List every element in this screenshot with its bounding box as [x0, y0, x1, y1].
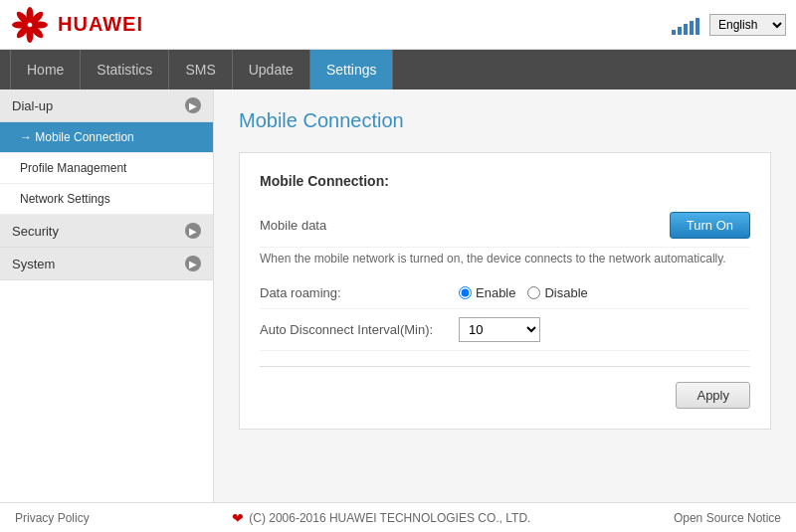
auto-disconnect-value: Never 1 3 5 10 15 20 30 [459, 317, 750, 342]
footer-center: ❤ (C) 2006-2016 HUAWEI TECHNOLOGIES CO.,… [232, 510, 530, 526]
auto-disconnect-select[interactable]: Never 1 3 5 10 15 20 30 [459, 317, 540, 342]
auto-disconnect-row: Auto Disconnect Interval(Min): Never 1 3… [260, 309, 750, 351]
open-source-notice-link[interactable]: Open Source Notice [674, 511, 781, 525]
nav-bar: Home Statistics SMS Update Settings [0, 50, 796, 89]
main-layout: Dial-up ▶ Mobile Connection Profile Mana… [0, 89, 796, 502]
sidebar-item-profile-management[interactable]: Profile Management [0, 153, 213, 184]
sidebar-group-system-arrow: ▶ [185, 256, 201, 271]
data-roaming-disable-radio[interactable] [527, 286, 540, 299]
section-title: Mobile Connection: [260, 173, 750, 189]
top-bar: HUAWEI English 中文 Deutsch Français [0, 0, 796, 50]
language-selector[interactable]: English 中文 Deutsch Français [709, 14, 786, 36]
apply-button[interactable]: Apply [676, 382, 750, 409]
nav-update[interactable]: Update [233, 50, 310, 89]
content-card: Mobile Connection: Mobile data Turn On W… [239, 152, 771, 430]
privacy-policy-link[interactable]: Privacy Policy [15, 511, 90, 525]
sidebar-item-network-settings[interactable]: Network Settings [0, 184, 213, 215]
sidebar-group-security-label: Security [12, 224, 59, 239]
turn-on-button[interactable]: Turn On [670, 212, 750, 239]
nav-settings[interactable]: Settings [310, 50, 394, 89]
data-roaming-disable-option[interactable]: Disable [527, 285, 587, 300]
footer-copyright: (C) 2006-2016 HUAWEI TECHNOLOGIES CO., L… [249, 511, 530, 525]
mobile-data-label: Mobile data [260, 218, 670, 233]
sidebar-group-system[interactable]: System ▶ [0, 248, 213, 280]
signal-strength-icon [672, 15, 699, 35]
sidebar-group-dialup-label: Dial-up [12, 98, 53, 113]
data-roaming-disable-label: Disable [544, 285, 587, 300]
top-right: English 中文 Deutsch Français [672, 14, 786, 36]
data-roaming-enable-radio[interactable] [459, 286, 472, 299]
sidebar-group-security-arrow: ▶ [185, 223, 201, 239]
auto-disconnect-label: Auto Disconnect Interval(Min): [260, 322, 459, 337]
sidebar-item-mobile-connection[interactable]: Mobile Connection [0, 122, 213, 153]
sidebar-group-dialup-arrow: ▶ [185, 97, 201, 113]
nav-home[interactable]: Home [10, 50, 81, 89]
nav-statistics[interactable]: Statistics [81, 50, 169, 89]
data-roaming-enable-option[interactable]: Enable [459, 285, 515, 300]
footer-logo-icon: ❤ [232, 510, 244, 526]
huawei-logo-icon [10, 7, 50, 43]
data-roaming-label: Data roaming: [260, 285, 459, 300]
data-roaming-options: Enable Disable [459, 285, 750, 300]
mobile-data-row: Mobile data Turn On [260, 204, 750, 248]
sidebar-group-system-label: System [12, 257, 55, 271]
content-area: Mobile Connection Mobile Connection: Mob… [214, 89, 796, 502]
logo-area: HUAWEI [10, 7, 143, 43]
apply-row: Apply [260, 382, 750, 409]
sidebar-group-security[interactable]: Security ▶ [0, 215, 213, 248]
footer: Privacy Policy ❤ (C) 2006-2016 HUAWEI TE… [0, 502, 796, 532]
content-divider [260, 366, 750, 367]
data-roaming-row: Data roaming: Enable Disable [260, 277, 750, 309]
data-roaming-enable-label: Enable [476, 285, 515, 300]
sidebar: Dial-up ▶ Mobile Connection Profile Mana… [0, 89, 214, 502]
sidebar-group-dialup[interactable]: Dial-up ▶ [0, 89, 213, 122]
brand-name: HUAWEI [58, 13, 143, 36]
page-title: Mobile Connection [239, 109, 771, 132]
mobile-data-description: When the mobile network is turned on, th… [260, 252, 750, 266]
nav-sms[interactable]: SMS [169, 50, 232, 89]
